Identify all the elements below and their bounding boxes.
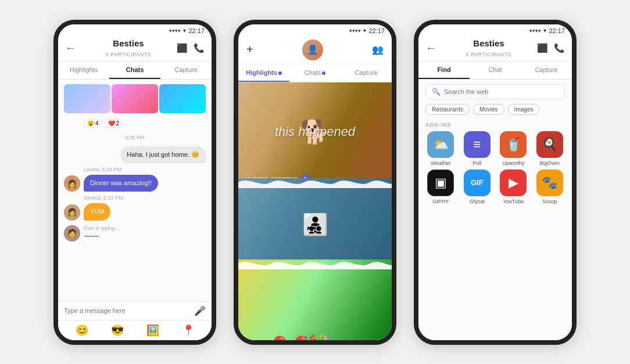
chat-subtitle-1: 6 PARTICIPANTS [106,52,152,57]
addin-bigoven[interactable]: 🍳 BigOven [534,131,567,166]
poll-label: Poll [472,160,481,166]
contacts-icon[interactable]: 👥 [372,44,384,55]
phone-icon-1[interactable]: 📞 [194,43,205,53]
giphy-label: GIPHY [432,199,449,204]
highlight-panel-keiko[interactable]: 👨‍👧‍👦 KEIKO TANAKA 1 [238,178,392,271]
search-bar[interactable]: 🔍 [425,84,565,99]
chat-bottom-bar: 😊 😎 🖼️ 📍 [58,320,212,340]
chip-movies[interactable]: Movies [473,104,504,115]
youtube-label: YouTube [503,199,524,204]
search-input[interactable] [444,88,559,95]
kids-image: 👨‍👧‍👦 [238,178,392,271]
bigoven-icon: 🍳 [536,131,563,158]
addin-gfycat[interactable]: GIF Gfycat [461,170,494,204]
video-icon-1[interactable]: ⬛ [177,43,188,53]
this-happened-text: this happened [238,124,392,139]
giphy-icon: ▣ [427,170,454,196]
girl-image: 🎉 [238,260,392,340]
chats-dot [322,71,325,75]
header-icons-1: ⬛ 📞 [177,43,205,53]
highlights-content: this happened JAZMINE SIMMONS 3 👨‍👧‍👦 KE… [238,82,392,340]
serena-meta: Serena, 6:31 PM [84,195,206,201]
phone-highlights: ▾▾▾▾ ▾ 22:17 + 👤 👥 Highlights Chats Capt… [234,20,396,345]
back-icon-1[interactable]: ← [65,42,76,55]
bubble-sent-1: Haha. I just got home. 😊 [120,146,206,163]
status-bar-3: ▾▾▾▾ ▾ 22:17 [418,24,572,36]
sent-message-1: Haha. I just got home. 😊 [64,146,206,163]
title-block-3: Besties 6 PARTICIPANTS [441,38,537,59]
tabs-2: Highlights Chats Capture [238,64,392,82]
tab-highlights-2[interactable]: Highlights [238,64,289,82]
highlights-dot [278,71,282,75]
louisa-msg-group: Louisa, 6:28 PM 👩 Dinner was amazing!! [64,167,206,192]
location-icon[interactable]: 📍 [182,324,195,337]
message-input[interactable] [64,307,191,314]
addin-weather[interactable]: ⛅ Weather [424,131,457,166]
avatar-kian: 🧑 [64,225,80,242]
image-strip [64,84,206,113]
typing-content: Kian is typing... ~~~ [84,225,119,242]
serena-msg-row: 👩 YUM [64,203,206,220]
addin-youtube[interactable]: ▶ YouTube [497,170,530,204]
highlight-panel-cerisse[interactable]: 🎉 CERISSE KRAMER [238,260,392,340]
add-icon[interactable]: + [246,43,253,56]
highlights-header: + 👤 👥 [238,36,392,64]
upworthy-label: Upworthy [502,160,524,166]
image-icon[interactable]: 🖼️ [146,324,159,337]
sticker-icon[interactable]: 😎 [111,324,124,337]
tab-chats-2[interactable]: Chats [289,64,341,82]
typing-indicator: 🧑 Kian is typing... ~~~ [64,225,206,242]
tab-find-3[interactable]: Find [418,62,470,79]
mic-icon[interactable]: 🎤 [194,305,206,316]
phone-find: ▾▾▾▾ ▾ 22:17 ← Besties 6 PARTICIPANTS ⬛ … [414,20,577,345]
bubble-serena: YUM [84,203,110,220]
phone-icon-3[interactable]: 📞 [554,43,565,53]
tab-capture-2[interactable]: Capture [341,64,392,82]
emoji-icon[interactable]: 😊 [76,324,88,337]
serena-msg-group: Serena, 6:31 PM 👩 YUM [64,195,206,220]
signal-icon-3: ▾▾▾▾ [529,28,541,34]
main-avatar: 👤 [302,39,323,60]
highlight-panel-jazmine[interactable]: this happened JAZMINE SIMMONS 3 [238,82,392,187]
chat-messages: 😮 4 ❤️ 2 6:26 PM Haha. I just got home. … [58,80,212,301]
status-bar-1: ▾▾▾▾ ▾ 22:17 [58,24,212,36]
header-icons-3: ⬛ 📞 [537,43,565,53]
tab-capture-3[interactable]: Capture [521,62,572,79]
chips-row: Restaurants Movies Images [418,104,572,120]
wave-divider-1 [238,176,392,188]
tab-chats-1[interactable]: Chats [109,62,160,79]
chip-images[interactable]: Images [508,104,540,115]
chat-subtitle-3: 6 PARTICIPANTS [466,52,512,57]
poll-icon: ≡ [464,131,491,158]
title-block-1: Besties 6 PARTICIPANTS [80,38,177,59]
status-bar-2: ▾▾▾▾ ▾ 22:17 [238,24,392,36]
phone-chat: ▾▾▾▾ ▾ 22:17 ← Besties 6 PARTICIPANTS ⬛ … [53,20,216,345]
addins-label: ADD-INS [418,120,572,131]
weather-label: Weather [431,160,450,166]
upworthy-icon: 🥤 [500,131,527,158]
avatar-louisa: 👩 [64,175,80,192]
typing-dots: ~~~ [84,231,119,242]
back-icon-3[interactable]: ← [425,42,436,55]
chip-restaurants[interactable]: Restaurants [425,104,470,115]
gfycat-icon: GIF [464,170,491,196]
tabs-1: Highlights Chats Capture [58,62,212,80]
signal-icon-2: ▾▾▾▾ [349,28,361,34]
avatar-serena: 👩 [64,204,80,221]
tab-chat-3[interactable]: Chat [470,62,521,79]
addin-upworthy[interactable]: 🥤 Upworthy [497,131,530,166]
find-content: 🔍 Restaurants Movies Images ADD-INS ⛅ We… [418,80,572,340]
video-icon-3[interactable]: ⬛ [537,43,548,53]
addin-giphy[interactable]: ▣ GIPHY [424,170,457,204]
chat-input-bar[interactable]: 🎤 [58,301,212,320]
tabs-3: Find Chat Capture [418,62,572,80]
wifi-icon-3: ▾ [543,27,546,34]
search-icon: 🔍 [432,88,441,96]
tab-highlights-1[interactable]: Highlights [58,62,109,79]
chat-title-3: Besties [441,38,537,48]
tab-capture-1[interactable]: Capture [160,62,212,79]
shared-image-3 [159,84,206,113]
status-time-1: 22:17 [188,27,205,34]
addin-poll[interactable]: ≡ Poll [461,131,494,166]
addin-scoop[interactable]: 🐾 Scoop [534,170,567,204]
